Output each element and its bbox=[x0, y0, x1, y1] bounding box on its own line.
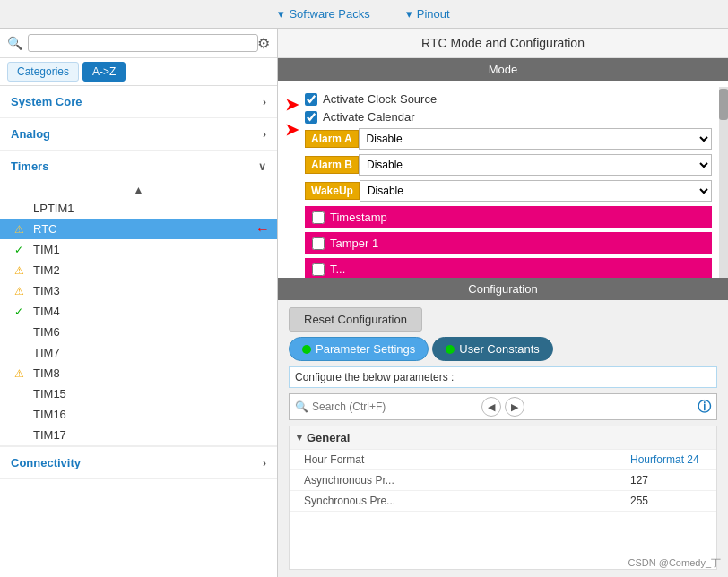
connectivity-label: Connectivity bbox=[11, 456, 81, 469]
tab-az[interactable]: A->Z bbox=[82, 62, 126, 82]
sidebar-item-timers[interactable]: Timers ∨ bbox=[0, 151, 277, 182]
activate-calendar-label: Activate Calendar bbox=[323, 110, 415, 124]
scroll-up-arrow-icon: ▲ bbox=[134, 184, 144, 196]
search-input[interactable] bbox=[28, 34, 258, 52]
search-prev-button[interactable]: ◀ bbox=[481, 397, 501, 417]
tab-dot-icon bbox=[302, 345, 311, 354]
list-item[interactable]: ✓ TIM4 bbox=[0, 301, 277, 322]
search-params-input[interactable] bbox=[312, 400, 478, 413]
list-item[interactable]: TIM15 bbox=[0, 383, 277, 404]
param-value: Hourformat 24 bbox=[630, 453, 702, 466]
tab-user-constants[interactable]: User Constants bbox=[432, 337, 553, 361]
param-name: Asynchronous Pr... bbox=[304, 474, 630, 487]
search-next-button[interactable]: ▶ bbox=[505, 397, 524, 417]
param-row: Asynchronous Pr... 127 bbox=[290, 470, 716, 491]
param-name: Hour Format bbox=[304, 453, 630, 466]
chevron-down-icon: ▾ bbox=[297, 432, 302, 444]
param-value: 127 bbox=[630, 474, 702, 487]
sidebar-item-system-core[interactable]: System Core › bbox=[0, 86, 277, 118]
pinout-section[interactable]: ▾ Pinout bbox=[406, 7, 450, 21]
tamper2-row: T... bbox=[305, 258, 712, 278]
timer-item-label: TIM1 bbox=[33, 243, 60, 256]
timer-item-label: RTC bbox=[33, 222, 56, 236]
sidebar-item-connectivity[interactable]: Connectivity › bbox=[0, 446, 277, 479]
tamper1-row: Tamper 1 bbox=[305, 232, 712, 254]
list-item[interactable]: ⚠ TIM2 bbox=[0, 260, 277, 280]
list-item[interactable]: ⚠ TIM3 bbox=[0, 280, 277, 301]
tamper2-checkbox[interactable] bbox=[312, 263, 325, 276]
red-arrow-icon: ← bbox=[256, 221, 270, 237]
chevron-right-icon: › bbox=[263, 457, 266, 469]
reset-configuration-button[interactable]: Reset Configuration bbox=[289, 307, 422, 332]
system-core-label: System Core bbox=[11, 95, 82, 108]
main-layout: 🔍 ▾ ⚙ Categories A->Z System Core › Anal… bbox=[0, 29, 728, 577]
list-item[interactable]: LPTIM1 bbox=[0, 198, 277, 219]
timer-item-label: TIM4 bbox=[33, 305, 60, 318]
chevron-down-icon: ▾ bbox=[278, 7, 284, 21]
timer-item-label: TIM8 bbox=[33, 366, 60, 380]
timestamp-row: Timestamp bbox=[305, 206, 712, 228]
general-section: ▾ General Hour Format Hourformat 24 Asyn… bbox=[289, 426, 717, 570]
tab-dot-icon bbox=[446, 345, 455, 354]
list-item[interactable]: TIM6 bbox=[0, 322, 277, 342]
timer-item-label: TIM17 bbox=[33, 428, 66, 442]
tamper1-label: Tamper 1 bbox=[330, 237, 378, 250]
timestamp-checkbox[interactable] bbox=[312, 211, 325, 224]
alarm-b-select[interactable]: Disable Enable bbox=[359, 154, 712, 176]
config-content: Reset Configuration Parameter Settings U… bbox=[278, 300, 728, 577]
search-params-row: 🔍 ◀ ▶ ⓘ bbox=[289, 393, 717, 420]
mode-header: Mode bbox=[278, 58, 728, 81]
timer-item-label: TIM3 bbox=[33, 284, 60, 297]
list-item[interactable]: TIM7 bbox=[0, 342, 277, 363]
pinout-label: Pinout bbox=[417, 7, 450, 21]
right-title: RTC Mode and Configuration bbox=[278, 29, 728, 58]
tab-categories[interactable]: Categories bbox=[7, 62, 79, 82]
alarm-b-label: Alarm B bbox=[305, 156, 359, 174]
warning-icon: ⚠ bbox=[14, 223, 29, 236]
user-constants-label: User Constants bbox=[459, 342, 540, 356]
scroll-up-button[interactable]: ▲ bbox=[0, 182, 277, 198]
list-item[interactable]: TIM16 bbox=[0, 404, 277, 425]
gear-icon[interactable]: ⚙ bbox=[257, 35, 270, 52]
search-bar: 🔍 ▾ ⚙ bbox=[0, 29, 277, 58]
param-row: Synchronous Pre... 255 bbox=[290, 491, 716, 512]
top-bar: ▾ Software Packs ▾ Pinout bbox=[0, 0, 728, 29]
mode-section: Mode ➤ ➤ Activate Clock Source Activate … bbox=[278, 58, 728, 278]
warning-icon: ⚠ bbox=[14, 264, 29, 277]
activate-clock-checkbox[interactable] bbox=[305, 93, 317, 106]
wakeup-select[interactable]: Disable Enable bbox=[360, 180, 712, 202]
info-button[interactable]: ⓘ bbox=[698, 399, 711, 416]
ok-icon: ✓ bbox=[14, 244, 29, 256]
activate-clock-label: Activate Clock Source bbox=[323, 92, 437, 106]
analog-label: Analog bbox=[11, 127, 50, 141]
timer-item-label: TIM6 bbox=[33, 325, 60, 339]
list-item[interactable]: TIM17 bbox=[0, 425, 277, 445]
mode-scrollbar-thumb bbox=[719, 89, 728, 120]
timers-section: Timers ∨ ▲ LPTIM1 ⚠ RTC bbox=[0, 151, 277, 446]
activate-clock-row: Activate Clock Source bbox=[305, 92, 712, 106]
list-item[interactable]: ✓ TIM1 bbox=[0, 239, 277, 260]
tab-parameter-settings[interactable]: Parameter Settings bbox=[289, 337, 429, 361]
alarm-b-row: Alarm B Disable Enable bbox=[305, 154, 712, 176]
sidebar-item-analog[interactable]: Analog › bbox=[0, 118, 277, 151]
red-arrow-calendar-icon: ➤ bbox=[285, 122, 299, 138]
list-item[interactable]: ⚠ TIM8 bbox=[0, 363, 277, 383]
warning-icon: ⚠ bbox=[14, 367, 29, 380]
param-tabs: Parameter Settings User Constants bbox=[289, 337, 717, 361]
sidebar-list: System Core › Analog › Timers ∨ ▲ bbox=[0, 86, 277, 577]
timer-item-label: TIM2 bbox=[33, 263, 60, 277]
right-panel: RTC Mode and Configuration Mode ➤ ➤ Acti… bbox=[278, 29, 728, 577]
alarm-a-select[interactable]: Disable Enable bbox=[359, 128, 712, 150]
activate-calendar-checkbox[interactable] bbox=[305, 111, 317, 124]
list-item[interactable]: ⚠ RTC ← bbox=[0, 219, 277, 239]
ok-icon: ✓ bbox=[14, 306, 29, 318]
software-packs-section[interactable]: ▾ Software Packs bbox=[278, 7, 369, 21]
tamper1-checkbox[interactable] bbox=[312, 237, 325, 250]
search-params-icon: 🔍 bbox=[295, 400, 308, 413]
timer-item-label: TIM16 bbox=[33, 408, 66, 421]
timer-item-label: TIM15 bbox=[33, 387, 66, 400]
warning-icon: ⚠ bbox=[14, 285, 29, 297]
mode-scrollbar[interactable] bbox=[719, 87, 728, 278]
timer-item-label: TIM7 bbox=[33, 346, 60, 359]
left-panel: 🔍 ▾ ⚙ Categories A->Z System Core › Anal… bbox=[0, 29, 278, 577]
